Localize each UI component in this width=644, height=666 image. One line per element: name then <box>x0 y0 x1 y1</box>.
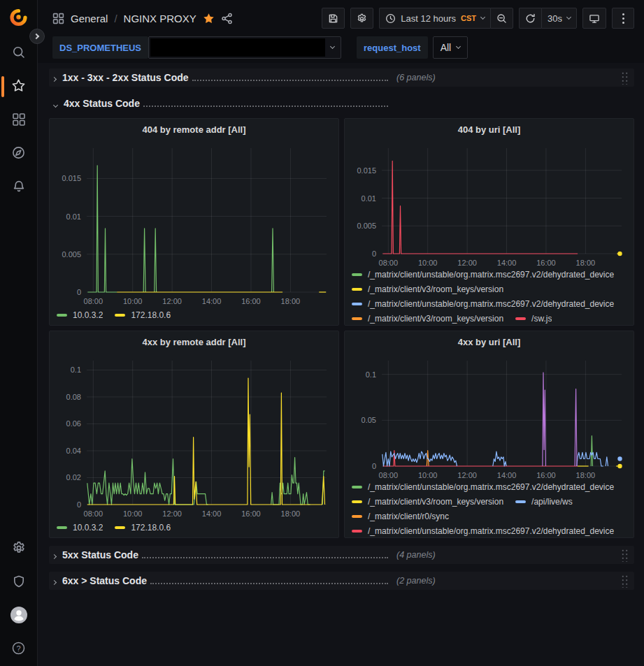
panel-title[interactable]: 404 by uri [All] <box>345 119 634 140</box>
variables-submenu: DS_PROMETHEUS request_host All <box>38 36 644 63</box>
svg-text:0.005: 0.005 <box>62 250 81 259</box>
sidebar-expand-button[interactable] <box>29 29 45 44</box>
zoom-out-time-button[interactable] <box>490 8 513 29</box>
legend-label: 10.0.3.2 <box>73 310 103 320</box>
sidebar-item-configuration[interactable] <box>0 532 38 565</box>
chevron-down-icon <box>566 15 571 20</box>
series-point <box>617 464 622 468</box>
grafana-logo-icon <box>9 8 28 29</box>
panel-title[interactable]: 4xx by uri [All] <box>345 331 634 352</box>
time-series-chart[interactable]: 00.0050.010.01508:0010:0012:0014:0016:00… <box>55 140 334 307</box>
legend-item[interactable]: 172.18.0.6 <box>115 520 171 535</box>
row-drag-handle[interactable] <box>621 574 629 588</box>
user-avatar <box>10 606 28 626</box>
svg-text:14:00: 14:00 <box>497 471 517 479</box>
legend-item[interactable]: /_matrix/client/v3/room_keys/version <box>352 494 503 509</box>
sidebar-item-explore[interactable] <box>0 137 38 171</box>
sidebar-item-profile[interactable] <box>0 599 38 632</box>
panel-title[interactable]: 404 by remote addr [All] <box>50 119 338 140</box>
sidebar-item-starred[interactable] <box>0 70 38 103</box>
row-5xx[interactable]: 5xx Status Code (4 panels) <box>49 546 634 564</box>
variable-selected-value: All <box>441 42 452 53</box>
legend-item[interactable]: /_matrix/client/r0/sync <box>352 509 449 523</box>
svg-text:0.01: 0.01 <box>362 194 376 203</box>
legend-item[interactable]: /_matrix/client/unstable/org.matrix.msc2… <box>352 267 614 282</box>
svg-text:16:00: 16:00 <box>241 509 261 518</box>
time-range-label: Last 12 hours <box>401 13 456 24</box>
timezone-label: CST <box>461 14 476 22</box>
series-color-swatch <box>352 317 362 320</box>
dotted-leader <box>143 106 388 107</box>
legend-label: /_matrix/client/v3/room_keys/version <box>368 497 503 507</box>
variable-value-dropdown[interactable]: All <box>433 36 468 59</box>
breadcrumb-dashboard-title[interactable]: NGINX PROXY <box>124 13 196 24</box>
legend-item[interactable]: /sw.js <box>515 311 552 325</box>
dotted-leader <box>150 583 388 584</box>
row-title: 5xx Status Code <box>62 549 138 560</box>
series-line <box>543 372 546 466</box>
row-drag-handle[interactable] <box>621 548 629 562</box>
variable-label: request_host <box>357 36 428 59</box>
panel-404-by-remote-addr-all: 404 by remote addr [All]00.0050.010.0150… <box>49 118 339 326</box>
legend-item[interactable]: /api/live/ws <box>515 494 573 509</box>
svg-text:0.1: 0.1 <box>71 365 81 374</box>
time-series-chart[interactable]: 00.050.108:0010:0012:0014:0016:0018:00 <box>350 352 629 479</box>
legend-item[interactable]: 172.18.0.6 <box>115 307 171 322</box>
time-series-chart[interactable]: 00.020.040.060.080.108:0010:0012:0014:00… <box>55 352 334 520</box>
sidebar-item-dashboards[interactable] <box>0 103 38 137</box>
row-4xx[interactable]: 4xx Status Code <box>49 94 634 113</box>
save-dashboard-button[interactable] <box>322 8 345 29</box>
share-icon[interactable] <box>221 13 233 24</box>
row-1xx-3xx-2xx[interactable]: 1xx - 3xx - 2xx Status Code (6 panels) <box>49 68 634 87</box>
panel-4xx-by-uri-all: 4xx by uri [All]00.050.108:0010:0012:001… <box>344 331 634 538</box>
row-6xx[interactable]: 6xx > Status Code (2 panels) <box>49 572 634 590</box>
row-title: 1xx - 3xx - 2xx Status Code <box>62 72 189 83</box>
legend-item[interactable]: 10.0.3.2 <box>57 307 103 322</box>
legend-label: 172.18.0.6 <box>131 523 171 533</box>
series-line <box>493 451 506 466</box>
tv-mode-button[interactable] <box>582 8 606 29</box>
gear-icon <box>12 541 26 557</box>
legend-item[interactable]: /_matrix/client/unstable/org.matrix.msc2… <box>352 296 614 311</box>
panel-title[interactable]: 4xx by remote addr [All] <box>50 331 338 352</box>
svg-text:0.06: 0.06 <box>66 419 81 428</box>
svg-text:18:00: 18:00 <box>576 259 596 267</box>
svg-text:0: 0 <box>77 500 81 509</box>
favorite-star-icon[interactable] <box>203 13 215 24</box>
row-drag-handle[interactable] <box>621 71 629 85</box>
svg-text:0.05: 0.05 <box>362 416 376 424</box>
time-series-chart[interactable]: 00.0050.010.01508:0010:0012:0014:0016:00… <box>350 140 629 267</box>
legend-item[interactable]: /_matrix/client/unstable/org.matrix.msc2… <box>352 479 614 494</box>
sidebar-item-alerting[interactable] <box>0 171 38 204</box>
legend-item[interactable]: /_matrix/client/unstable/org.matrix.msc2… <box>352 523 614 537</box>
row-panel-count: (2 panels) <box>396 576 436 586</box>
svg-text:10:00: 10:00 <box>418 259 438 267</box>
svg-text:0.04: 0.04 <box>66 447 81 455</box>
sidebar-item-server-admin[interactable] <box>0 565 38 599</box>
kebab-menu-button[interactable] <box>612 8 634 29</box>
legend-label: /_matrix/client/v3/room_keys/version <box>368 284 503 294</box>
legend-item[interactable]: /_matrix/client/v3/room_keys/version <box>352 282 503 296</box>
dashboard-header: General / NGINX PROXY <box>38 0 644 36</box>
sidebar-item-help[interactable]: ? <box>0 632 38 666</box>
time-range-picker[interactable]: Last 12 hours CST <box>379 8 490 29</box>
legend-label: /_matrix/client/unstable/org.matrix.msc2… <box>368 482 614 492</box>
legend-item[interactable]: /_matrix/client/v3/room_keys/version <box>352 311 503 325</box>
svg-text:10:00: 10:00 <box>418 471 438 479</box>
legend-label: /_matrix/client/unstable/org.matrix.msc2… <box>368 270 614 280</box>
help-icon: ? <box>11 641 26 658</box>
legend-item[interactable]: 10.0.3.2 <box>57 520 103 535</box>
svg-text:10:00: 10:00 <box>123 509 143 518</box>
refresh-interval-picker[interactable]: 30s <box>541 8 577 29</box>
breadcrumb-folder[interactable]: General <box>71 13 108 24</box>
refresh-button[interactable] <box>519 8 541 29</box>
series-line <box>143 229 145 292</box>
dashboard-settings-button[interactable] <box>350 8 373 29</box>
svg-text:18:00: 18:00 <box>281 509 301 518</box>
legend-label: /api/live/ws <box>531 497 573 507</box>
variable-value-dropdown[interactable] <box>148 36 341 59</box>
breadcrumb-separator: / <box>114 13 117 24</box>
refresh-group: 30s <box>519 8 577 29</box>
svg-text:0.01: 0.01 <box>66 212 81 221</box>
panel-grid: 404 by remote addr [All]00.0050.010.0150… <box>49 118 634 538</box>
